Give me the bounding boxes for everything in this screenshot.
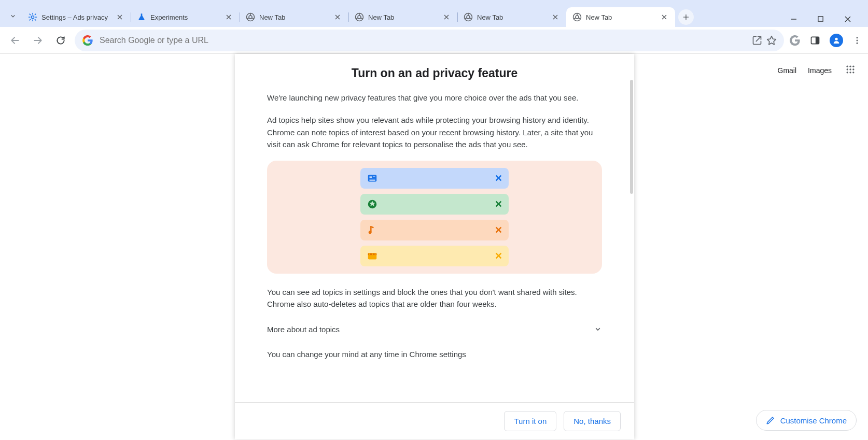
google-apps-button[interactable]: [845, 64, 856, 75]
close-icon: [553, 15, 558, 20]
customise-chrome-label: Customise Chrome: [780, 416, 847, 425]
minimize-icon: [790, 16, 797, 23]
no-thanks-button[interactable]: No, thanks: [564, 411, 621, 431]
music-icon: [367, 224, 377, 236]
dialog-body: Turn on an ad privacy feature We're laun…: [235, 54, 634, 402]
star-icon: [766, 35, 777, 46]
dialog-footer: Turn it on No, thanks: [235, 402, 634, 439]
tab-title: Settings – Ads privacy: [41, 13, 111, 21]
topic-chip-sports: ✕: [360, 194, 509, 215]
topic-chip-news: ✕: [360, 168, 509, 189]
top-links: Gmail Images: [778, 66, 832, 75]
flask-icon: [137, 12, 146, 22]
svg-point-12: [835, 37, 837, 40]
svg-point-6: [467, 16, 470, 19]
window-minimize-button[interactable]: [790, 16, 804, 23]
dialog-illustration: ✕ ✕ ✕ ✕: [267, 161, 602, 274]
chrome-icon: [464, 12, 473, 22]
close-icon: [335, 15, 340, 20]
forward-button[interactable]: [29, 32, 47, 49]
topic-chip-music: ✕: [360, 220, 509, 240]
chevron-down-icon: [594, 325, 602, 333]
svg-point-14: [857, 39, 858, 41]
chip-close-icon: ✕: [495, 224, 502, 236]
window-controls: [790, 16, 858, 23]
close-icon: [844, 16, 851, 23]
tab-title: New Tab: [477, 13, 547, 21]
tab-title: New Tab: [368, 13, 438, 21]
svg-point-16: [847, 66, 848, 67]
dialog-scrollbar[interactable]: [630, 80, 633, 194]
svg-point-22: [847, 72, 848, 73]
svg-point-24: [852, 72, 854, 73]
svg-rect-40: [372, 253, 373, 256]
tab-new-tab-2[interactable]: New Tab: [348, 7, 457, 27]
svg-point-17: [849, 66, 851, 67]
bookmark-button[interactable]: [766, 35, 777, 46]
browser-toolbar: [0, 27, 868, 54]
customise-chrome-button[interactable]: Customise Chrome: [756, 410, 857, 431]
svg-rect-33: [370, 179, 375, 179]
tab-settings-ads-privacy[interactable]: Settings – Ads privacy: [22, 7, 131, 27]
svg-point-20: [849, 68, 851, 70]
dialog-paragraph-1: We're launching new privacy features tha…: [267, 92, 602, 104]
chrome-menu-button[interactable]: [852, 36, 862, 45]
settings-gear-icon: [28, 12, 37, 22]
dialog-paragraph-3: You can see ad topics in settings and bl…: [267, 286, 602, 310]
tab-experiments[interactable]: Experiments: [131, 7, 240, 27]
tab-new-tab-1[interactable]: New Tab: [240, 7, 348, 27]
turn-it-on-button[interactable]: Turn it on: [504, 411, 556, 431]
svg-point-2: [249, 16, 252, 19]
back-button[interactable]: [6, 32, 24, 49]
window-maximize-button[interactable]: [817, 16, 831, 23]
kebab-menu-icon: [852, 36, 862, 45]
profile-avatar-button[interactable]: [830, 34, 843, 47]
images-link[interactable]: Images: [808, 66, 832, 75]
svg-point-15: [857, 42, 858, 44]
reload-button[interactable]: [52, 32, 69, 49]
reload-icon: [55, 35, 66, 46]
svg-rect-41: [375, 253, 376, 256]
address-bar[interactable]: [75, 30, 784, 51]
more-about-ad-topics-toggle[interactable]: More about ad topics: [267, 321, 602, 338]
tab-close-button[interactable]: [551, 12, 560, 22]
tab-new-tab-active[interactable]: New Tab: [566, 7, 675, 27]
side-panel-button[interactable]: [810, 35, 820, 46]
page-content: Gmail Images Se Turn on an ad privacy fe…: [0, 54, 868, 440]
svg-point-8: [576, 16, 579, 19]
more-about-label: More about ad topics: [267, 325, 340, 334]
window-close-button[interactable]: [844, 16, 858, 23]
google-account-icon[interactable]: [789, 35, 801, 46]
news-icon: [367, 173, 378, 184]
tab-close-button[interactable]: [115, 12, 124, 22]
address-input[interactable]: [100, 36, 746, 45]
chrome-icon: [572, 12, 582, 22]
pencil-icon: [766, 416, 775, 425]
search-tabs-button[interactable]: [4, 7, 22, 25]
person-icon: [832, 36, 841, 45]
chip-close-icon: ✕: [495, 250, 502, 262]
chip-close-icon: ✕: [495, 173, 502, 184]
side-panel-icon: [810, 35, 820, 46]
svg-point-21: [852, 68, 854, 70]
tab-close-button[interactable]: [660, 12, 669, 22]
svg-point-4: [358, 16, 361, 19]
share-button[interactable]: [752, 35, 762, 46]
topic-chip-movies: ✕: [360, 246, 509, 266]
sports-icon: [367, 198, 378, 210]
plus-icon: [682, 13, 690, 21]
maximize-icon: [817, 16, 824, 22]
tab-close-button[interactable]: [333, 12, 342, 22]
tab-title: Experiments: [150, 13, 220, 21]
dialog-title: Turn on an ad privacy feature: [267, 66, 602, 80]
new-tab-button[interactable]: [678, 9, 694, 25]
tab-close-button[interactable]: [224, 12, 233, 22]
svg-rect-31: [370, 176, 372, 178]
gmail-link[interactable]: Gmail: [778, 66, 797, 75]
ad-privacy-dialog: Turn on an ad privacy feature We're laun…: [235, 54, 634, 439]
close-icon: [444, 15, 449, 20]
tab-new-tab-3[interactable]: New Tab: [457, 7, 566, 27]
chrome-icon: [246, 12, 255, 22]
tab-close-button[interactable]: [442, 12, 451, 22]
svg-point-13: [857, 37, 858, 38]
